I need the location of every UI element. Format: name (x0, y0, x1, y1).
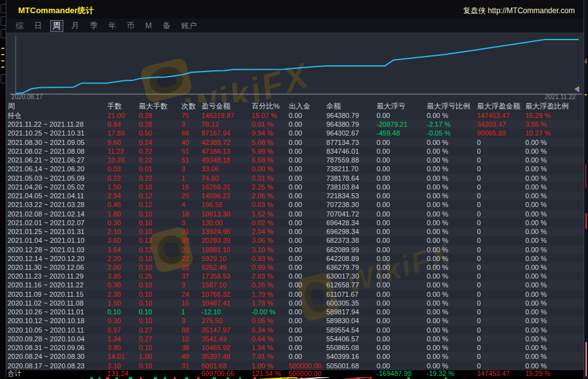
header-cell[interactable]: 手数 (107, 102, 139, 111)
menu-item-年[interactable]: 年 (106, 20, 119, 32)
table-row[interactable]: 2020.11.16 ~ 2020.11.220.300.1031587.100… (6, 280, 584, 289)
cell: 0.01 (139, 164, 181, 173)
cell: 130.00 (201, 218, 252, 227)
cell: 2021.11.22 ~ 2021.11.28 (6, 120, 107, 129)
header-cell[interactable]: 最大浮盈比例 (525, 102, 584, 111)
table-row[interactable]: 2020.11.23 ~ 2020.11.293.850.253717358.5… (6, 272, 584, 280)
table-row[interactable]: 2020.10.26 ~ 2020.11.010.100.101-12.10-0… (6, 307, 584, 316)
menu-item-币[interactable]: 币 (124, 20, 137, 32)
table-row[interactable]: 2021.10.25 ~ 2021.10.3117.880.506687167.… (6, 129, 584, 137)
cell: 147453.47 (477, 111, 525, 120)
cell: 0 (477, 183, 525, 191)
background-toolbar-mark (1, 67, 4, 68)
table-row[interactable]: 2020.11.02 ~ 2020.11.081.500.101510487.4… (6, 299, 584, 307)
table-row[interactable]: 2020.08.17 ~ 2020.08.233.100.10315001.68… (6, 361, 584, 370)
table-row[interactable]: 2020.11.09 ~ 2020.11.152.380.102410766.3… (6, 290, 584, 299)
cell: 0.00 % (427, 334, 477, 343)
cell: 0.00 % (427, 200, 477, 209)
header-cell[interactable]: 最大浮盈金额 (477, 102, 525, 111)
cell: 0.00 % (525, 147, 584, 156)
table-row[interactable]: 2020.10.05 ~ 2020.10.118.970.278835147.9… (6, 326, 584, 334)
menu-item-月[interactable]: 月 (69, 20, 82, 32)
table-row[interactable]: 2021.06.14 ~ 2021.06.200.030.01333.060.0… (6, 164, 584, 173)
cell: 0.00 % (427, 227, 477, 236)
cell: 0.00 (289, 210, 326, 218)
cell: 0 (477, 227, 525, 236)
header-cell[interactable]: 最大浮亏 (377, 102, 427, 111)
header-cell[interactable]: 最大手数 (139, 102, 181, 111)
table-row[interactable]: 2020.08.24 ~ 2020.08.3014.011.004935397.… (6, 352, 584, 361)
cell: 738178.64 (326, 174, 377, 183)
menu-item-周[interactable]: 周 (50, 20, 63, 32)
cell: 0.00 % (525, 280, 584, 289)
table-row[interactable]: 2020.09.28 ~ 2020.10.041.340.27103541.49… (6, 334, 584, 343)
cell: 2020.10.26 ~ 2020.11.01 (6, 307, 107, 316)
menu-item-季[interactable]: 季 (87, 20, 100, 32)
table-row[interactable]: 2021.08.02 ~ 2021.08.0811.220.225147186.… (6, 147, 584, 156)
menu-item-备[interactable]: 备 (160, 20, 173, 32)
cell: 88 (181, 326, 201, 334)
table-row[interactable]: 2021.01.25 ~ 2021.01.312.100.102113924.9… (6, 227, 584, 236)
cell: 31 (181, 361, 201, 370)
cell: 0 (477, 352, 525, 361)
cell: 9.94 % (252, 129, 289, 137)
menu-item-账户[interactable]: 账户 (178, 20, 199, 32)
table-row[interactable]: 2021.05.03 ~ 2021.05.090.220.22174.800.0… (6, 174, 584, 183)
cell: 2021.08.02 ~ 2021.08.08 (6, 147, 107, 156)
cell: 0.00 % (427, 307, 477, 316)
cell: 721834.53 (326, 191, 377, 200)
table-row[interactable]: 2021.06.21 ~ 2021.06.2710.260.225149348.… (6, 156, 584, 164)
table-row[interactable]: 2021.02.08 ~ 2021.02.141.800.101810613.3… (6, 210, 584, 218)
table-row[interactable]: 持仓21.000.2875145319.8715.07 %0.00964380.… (6, 111, 584, 120)
cell: 0.00 % (427, 236, 477, 245)
equity-chart: WikiFX 2020.08.17 2021.11.22 (6, 33, 584, 102)
header-cell[interactable]: 次数 (181, 102, 201, 111)
table-row[interactable]: 2020.12.28 ~ 2021.01.033.640.123119881.1… (6, 245, 584, 254)
cell: 0.28 (139, 120, 181, 129)
cell: 0.00 % (427, 183, 477, 191)
cell: 0.22 (107, 174, 139, 183)
cell: 51 (181, 147, 201, 156)
table-row[interactable]: 2020.11.30 ~ 2020.12.062.000.10206262.49… (6, 263, 584, 272)
cell: 2.94 (107, 191, 139, 200)
cell: 2021.06.14 ~ 2021.06.20 (6, 164, 107, 173)
cell: 0.00 (289, 316, 326, 325)
cell: 682373.38 (326, 236, 377, 245)
cell: 0.00 (289, 307, 326, 316)
menu-item-M[interactable]: M (143, 21, 154, 31)
table-row[interactable]: 2021.04.05 ~ 2021.04.112.940.122914596.2… (6, 191, 584, 200)
cell: 2021.10.25 ~ 2021.10.31 (6, 129, 107, 137)
cell: 0.12 (139, 245, 181, 254)
table-row[interactable]: 2020.08.31 ~ 2020.09.063.800.103810465.9… (6, 343, 584, 352)
table-row[interactable]: 2021.01.04 ~ 2021.01.103.600.123020283.3… (6, 236, 584, 245)
table-row[interactable]: 2020.12.14 ~ 2020.12.202.200.10225929.10… (6, 254, 584, 263)
cell: 2020.11.23 ~ 2020.11.29 (6, 272, 107, 280)
header-cell[interactable]: 盈亏金额 (201, 102, 252, 111)
table-row[interactable]: 2020.10.12 ~ 2020.10.180.300.103275.500.… (6, 316, 584, 325)
cell: 0.00 (377, 227, 427, 236)
cell: 3 (181, 120, 201, 129)
brand-link[interactable]: 复盘侠 http://MTCommander.com (463, 6, 575, 16)
header-cell[interactable]: 出入金 (289, 102, 326, 111)
cell: 2021.01.04 ~ 2021.01.10 (6, 236, 107, 245)
cell: 0.99 % (252, 263, 289, 272)
cell: 612658.77 (326, 280, 377, 289)
table-row[interactable]: 2021.08.30 ~ 2021.09.059.600.244042388.7… (6, 138, 584, 147)
header-cell[interactable]: 周 (6, 102, 107, 111)
header-cell[interactable]: 余额 (326, 102, 377, 111)
table-row[interactable]: 2021.11.22 ~ 2021.11.280.840.28378.120.0… (6, 120, 584, 129)
cell: 834746.01 (326, 147, 377, 156)
cell: 0.10 (139, 263, 181, 272)
cell: 0.00 % (525, 210, 584, 218)
menu-item-日[interactable]: 日 (32, 20, 45, 32)
table-row[interactable]: 2021.04.26 ~ 2021.05.021.500.101516269.3… (6, 183, 584, 191)
chart-end-marker-icon (574, 86, 579, 92)
table-row[interactable]: 2021.03.22 ~ 2021.03.280.460.124196.580.… (6, 200, 584, 209)
table-row[interactable]: 2021.02.01 ~ 2021.02.070.300.103130.000.… (6, 218, 584, 227)
cell: 0.00 % (525, 290, 584, 299)
header-cell[interactable]: 百分比% (252, 102, 289, 111)
cell: 0.00 % (427, 263, 477, 272)
cell: 0.22 (139, 156, 181, 164)
menu-item-综[interactable]: 综 (13, 20, 26, 32)
header-cell[interactable]: 最大浮亏比例 (427, 102, 477, 111)
